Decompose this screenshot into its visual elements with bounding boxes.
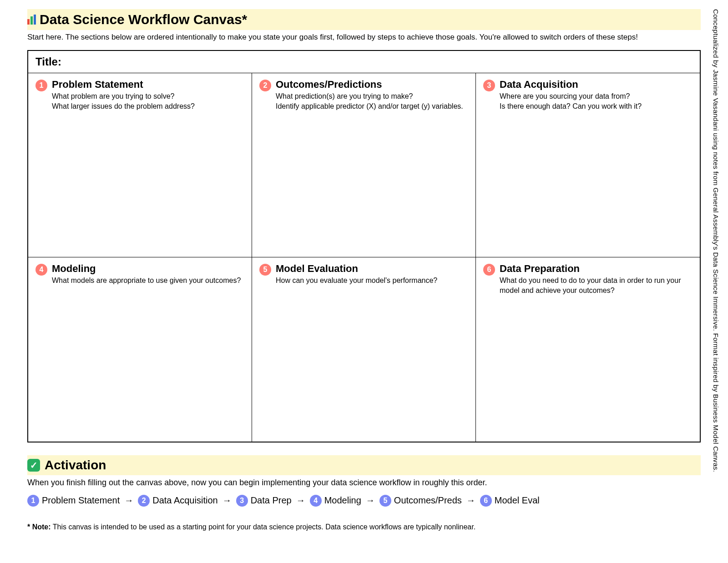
flow-label: Data Acquisition — [152, 495, 217, 506]
cell-title: Modeling — [52, 263, 244, 275]
intro-text: Start here. The sections below are order… — [27, 31, 701, 42]
arrow-icon: → — [296, 495, 305, 506]
cell-description: What do you need to do to your data in o… — [500, 276, 693, 295]
arrow-icon: → — [222, 495, 232, 506]
flow-number-badge: 2 — [138, 495, 150, 507]
step-number-badge: 5 — [259, 264, 271, 276]
canvas-cell-data-acquisition[interactable]: 3 Data Acquisition Where are you sourcin… — [476, 73, 700, 257]
cell-title: Data Preparation — [500, 263, 693, 275]
cell-title: Data Acquisition — [500, 79, 693, 90]
flow-label: Modeling — [324, 495, 361, 506]
flow-step-model-eval: 6 Model Eval — [480, 494, 540, 507]
cell-title: Problem Statement — [52, 79, 244, 90]
step-number-badge: 6 — [483, 264, 495, 276]
activation-flow: 1 Problem Statement → 2 Data Acquisition… — [27, 494, 701, 507]
footnote: * Note: This canvas is intended to be us… — [27, 523, 701, 531]
arrow-icon: → — [366, 495, 375, 506]
cell-description: What prediction(s) are you trying to mak… — [276, 91, 468, 111]
activation-title: ✓ Activation — [27, 458, 701, 473]
step-number-badge: 1 — [35, 80, 47, 91]
canvas-frame: Title: 1 Problem Statement What problem … — [27, 50, 701, 442]
flow-label: Outcomes/Preds — [394, 495, 462, 506]
flow-label: Data Prep — [251, 495, 292, 506]
flow-step-outcomes-preds: 5 Outcomes/Preds — [379, 494, 462, 507]
activation-description: When you finish filling out the canvas a… — [27, 476, 701, 488]
canvas-cell-problem-statement[interactable]: 1 Problem Statement What problem are you… — [28, 73, 252, 257]
canvas-title-field[interactable]: Title: — [28, 51, 700, 73]
flow-number-badge: 4 — [310, 495, 322, 507]
activation-band: ✓ Activation — [27, 455, 701, 475]
flow-label: Model Eval — [495, 495, 540, 506]
arrow-icon: → — [124, 495, 133, 506]
flow-number-badge: 5 — [379, 495, 391, 507]
cell-description: What models are appropriate to use given… — [52, 276, 244, 286]
page-title: Data Science Workflow Canvas* — [27, 12, 701, 27]
flow-step-problem-statement: 1 Problem Statement — [27, 494, 120, 507]
canvas-grid: 1 Problem Statement What problem are you… — [28, 73, 700, 442]
bar-chart-icon — [27, 15, 36, 25]
step-number-badge: 2 — [259, 80, 271, 91]
flow-number-badge: 3 — [236, 495, 248, 507]
canvas-cell-data-preparation[interactable]: 6 Data Preparation What do you need to d… — [476, 257, 700, 442]
credit-text: Conceptualized by Jasmine Vasandani usin… — [712, 9, 720, 532]
canvas-cell-modeling[interactable]: 4 Modeling What models are appropriate t… — [28, 257, 252, 442]
arrow-icon: → — [466, 495, 475, 506]
footnote-text: This canvas is intended to be used as a … — [51, 523, 476, 531]
cell-description: How can you evaluate your model's perfor… — [276, 276, 468, 286]
activation-title-text: Activation — [45, 458, 106, 473]
flow-step-data-prep: 3 Data Prep — [236, 494, 292, 507]
cell-title: Model Evaluation — [276, 263, 468, 275]
cell-description: Where are you sourcing your data from?Is… — [500, 91, 693, 111]
canvas-cell-model-evaluation[interactable]: 5 Model Evaluation How can you evaluate … — [252, 257, 476, 442]
flow-number-badge: 1 — [27, 495, 39, 507]
header-band: Data Science Workflow Canvas* — [27, 9, 701, 30]
flow-step-modeling: 4 Modeling — [310, 494, 361, 507]
flow-number-badge: 6 — [480, 495, 492, 507]
cell-description: What problem are you trying to solve?Wha… — [52, 91, 244, 111]
step-number-badge: 3 — [483, 80, 495, 91]
step-number-badge: 4 — [35, 264, 47, 276]
cell-title: Outcomes/Predictions — [276, 79, 468, 90]
check-icon: ✓ — [27, 459, 40, 472]
flow-step-data-acquisition: 2 Data Acquisition — [138, 494, 217, 507]
flow-label: Problem Statement — [42, 495, 120, 506]
canvas-cell-outcomes-predictions[interactable]: 2 Outcomes/Predictions What prediction(s… — [252, 73, 476, 257]
title-text: Data Science Workflow Canvas* — [40, 12, 247, 27]
footnote-prefix: * Note: — [27, 523, 51, 531]
